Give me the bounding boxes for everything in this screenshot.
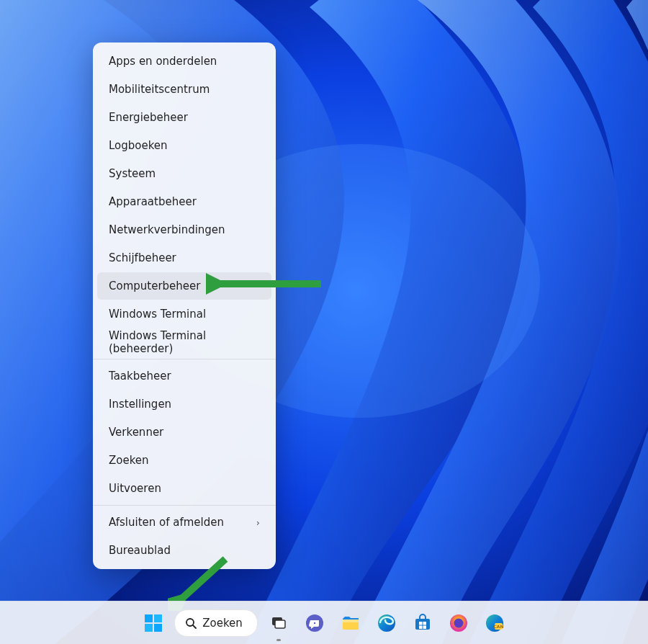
menu-item-label: Energiebeheer <box>109 111 188 124</box>
menu-item-search[interactable]: Zoeken <box>97 447 271 474</box>
menu-item-label: Windows Terminal (beheerder) <box>109 329 260 355</box>
menu-item-terminal[interactable]: Windows Terminal <box>97 300 271 328</box>
menu-item-shutdown[interactable]: Afsluiten of afmelden› <box>97 509 271 536</box>
taskbar: Zoeken CAN <box>0 601 648 644</box>
menu-separator <box>93 505 276 506</box>
menu-item-settings[interactable]: Instellingen <box>97 390 271 418</box>
menu-item-label: Computerbeheer <box>109 279 200 292</box>
menu-item-explorer[interactable]: Verkenner <box>97 419 271 446</box>
svg-rect-19 <box>423 622 426 625</box>
menu-item-network[interactable]: Netwerkverbindingen <box>97 216 271 243</box>
svg-rect-4 <box>145 614 153 622</box>
menu-item-label: Bureaublad <box>109 544 171 557</box>
svg-rect-11 <box>275 620 285 628</box>
menu-item-label: Logboeken <box>109 139 168 152</box>
menu-item-label: Afsluiten of afmelden <box>109 516 224 529</box>
search-pill[interactable]: Zoeken <box>174 609 258 637</box>
svg-rect-20 <box>419 625 423 629</box>
svg-line-9 <box>193 625 196 628</box>
desktop[interactable]: Apps en onderdelenMobiliteitscentrumEner… <box>0 0 648 644</box>
menu-item-logs[interactable]: Logboeken <box>97 132 271 159</box>
menu-item-label: Verkenner <box>109 426 163 439</box>
menu-item-label: Zoeken <box>109 454 149 467</box>
file-explorer-button[interactable] <box>336 608 366 638</box>
svg-point-13 <box>314 622 315 623</box>
menu-item-label: Schijfbeheer <box>109 251 176 264</box>
search-label: Zoeken <box>202 617 243 630</box>
menu-item-label: Windows Terminal <box>109 308 206 321</box>
menu-item-label: Apps en onderdelen <box>109 55 217 68</box>
edge-canary-button[interactable]: CAN <box>480 608 510 638</box>
menu-item-device-mgr[interactable]: Apparaatbeheer <box>97 188 271 215</box>
svg-point-23 <box>454 618 463 627</box>
menu-item-run[interactable]: Uitvoeren <box>97 475 271 502</box>
svg-rect-17 <box>415 619 430 630</box>
menu-item-mobility[interactable]: Mobiliteitscentrum <box>97 76 271 103</box>
task-view-button[interactable] <box>264 608 294 638</box>
menu-item-label: Instellingen <box>109 398 171 411</box>
svg-rect-15 <box>343 620 359 622</box>
menu-item-label: Apparaatbeheer <box>109 195 197 208</box>
menu-item-label: Uitvoeren <box>109 482 161 495</box>
chevron-right-icon: › <box>256 517 260 528</box>
menu-item-comp-mgmt[interactable]: Computerbeheer <box>97 272 271 300</box>
menu-item-desktop[interactable]: Bureaublad <box>97 537 271 564</box>
store-button[interactable] <box>408 608 438 638</box>
menu-item-label: Netwerkverbindingen <box>109 223 225 236</box>
menu-item-power[interactable]: Energiebeheer <box>97 104 271 131</box>
svg-text:CAN: CAN <box>493 624 503 629</box>
svg-rect-21 <box>423 625 426 629</box>
menu-item-disk-mgr[interactable]: Schijfbeheer <box>97 244 271 272</box>
start-button[interactable] <box>138 608 168 638</box>
svg-rect-18 <box>419 622 423 625</box>
menu-item-apps-features[interactable]: Apps en onderdelen <box>97 48 271 75</box>
search-icon <box>185 617 197 629</box>
svg-rect-7 <box>154 624 162 632</box>
menu-item-terminal-admin[interactable]: Windows Terminal (beheerder) <box>97 328 271 356</box>
firefox-button[interactable] <box>444 608 474 638</box>
menu-item-label: Mobiliteitscentrum <box>109 83 210 96</box>
edge-button[interactable] <box>372 608 402 638</box>
menu-item-label: Taakbeheer <box>109 370 171 383</box>
menu-item-taskmgr[interactable]: Taakbeheer <box>97 362 271 390</box>
menu-separator <box>93 359 276 359</box>
svg-rect-5 <box>154 614 162 622</box>
svg-rect-6 <box>145 624 153 632</box>
winx-menu: Apps en onderdelenMobiliteitscentrumEner… <box>93 43 276 569</box>
menu-item-label: Systeem <box>109 167 156 180</box>
menu-item-system[interactable]: Systeem <box>97 160 271 187</box>
chat-button[interactable] <box>300 608 330 638</box>
